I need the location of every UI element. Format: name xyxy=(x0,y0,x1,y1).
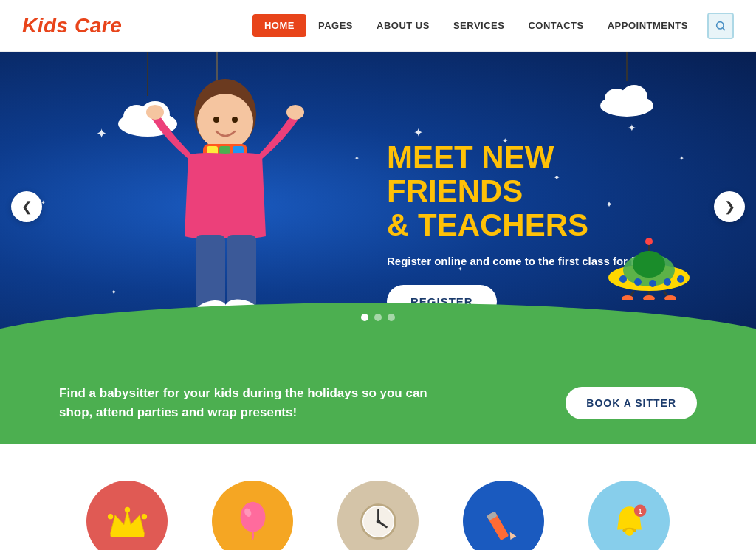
cloud-hanging-right xyxy=(597,81,656,117)
svg-marker-38 xyxy=(110,509,144,533)
nav-about[interactable]: ABOUT US xyxy=(365,14,441,37)
svg-rect-18 xyxy=(196,235,225,309)
svg-text:1: 1 xyxy=(638,508,642,515)
search-icon xyxy=(715,20,726,32)
svg-point-9 xyxy=(197,94,253,150)
svg-point-40 xyxy=(107,513,112,518)
star-decoration: ✦ xyxy=(679,155,684,162)
icon-pencil[interactable] xyxy=(463,481,544,550)
green-banner: Find a babysitter for your kids during t… xyxy=(0,362,756,444)
main-nav: HOME PAGES ABOUT US SERVICES CONTACTS AP… xyxy=(252,13,734,39)
crown-icon xyxy=(107,501,148,542)
nav-appointments[interactable]: APPOINTMENTS xyxy=(596,14,700,37)
svg-point-28 xyxy=(664,278,671,286)
svg-point-37 xyxy=(645,238,653,245)
star-decoration: ✦ xyxy=(96,126,107,142)
star-decoration: ✦ xyxy=(628,122,636,134)
svg-point-41 xyxy=(124,506,129,512)
nav-contacts[interactable]: CONTACTS xyxy=(516,14,595,37)
svg-point-49 xyxy=(376,519,380,523)
svg-point-29 xyxy=(677,275,684,283)
svg-point-17 xyxy=(286,105,304,120)
svg-point-42 xyxy=(141,513,146,518)
hero-next-arrow[interactable]: ❯ xyxy=(714,191,745,222)
svg-point-34 xyxy=(643,295,655,300)
hero-child-image xyxy=(126,74,325,340)
star-decoration: ✦ xyxy=(111,288,117,296)
svg-point-0 xyxy=(717,21,724,28)
svg-point-7 xyxy=(621,85,647,109)
svg-point-54 xyxy=(625,529,633,535)
spaceship-svg xyxy=(601,233,697,300)
chevron-right-icon: ❯ xyxy=(724,199,735,215)
svg-point-24 xyxy=(633,251,665,278)
hero-prev-arrow[interactable]: ❮ xyxy=(11,191,42,222)
string-right xyxy=(626,52,628,81)
nav-services[interactable]: SERVICES xyxy=(441,14,517,37)
svg-point-25 xyxy=(619,275,627,283)
spaceship-decoration xyxy=(601,233,697,303)
nav-home[interactable]: HOME xyxy=(252,14,306,37)
svg-point-27 xyxy=(649,280,656,287)
svg-line-1 xyxy=(723,28,725,30)
icon-clock[interactable] xyxy=(337,481,419,550)
svg-point-10 xyxy=(213,117,219,123)
svg-point-43 xyxy=(240,501,265,532)
banner-text: Find a babysitter for your kids during t… xyxy=(59,384,428,422)
slide-dot-1[interactable] xyxy=(361,314,368,321)
hero-title: MEET NEW FRIENDS & TEACHERS xyxy=(387,140,667,243)
icon-balloon[interactable] xyxy=(212,481,293,550)
book-sitter-button[interactable]: BOOK A SITTER xyxy=(566,387,697,419)
svg-point-11 xyxy=(232,117,238,123)
balloon-icon xyxy=(233,501,273,542)
svg-point-16 xyxy=(146,105,164,120)
hero-dots xyxy=(361,314,395,321)
slide-dot-2[interactable] xyxy=(374,314,382,321)
bell-icon: 1 xyxy=(609,501,650,542)
hero-section: ✦ ✦ ✦ ✦ ✦ ✦ ✦ ✦ ✦ ✦ ✦ ✦ xyxy=(0,52,756,362)
svg-rect-19 xyxy=(227,235,256,309)
svg-marker-51 xyxy=(506,530,516,540)
header: Kids Care HOME PAGES ABOUT US SERVICES C… xyxy=(0,0,756,52)
slide-dot-3[interactable] xyxy=(388,314,395,321)
icon-crown[interactable] xyxy=(86,481,168,550)
child-figure-svg xyxy=(129,74,321,340)
search-button[interactable] xyxy=(707,13,734,39)
clock-icon xyxy=(358,501,399,542)
svg-point-26 xyxy=(634,278,642,286)
nav-pages[interactable]: PAGES xyxy=(306,14,365,37)
chevron-left-icon: ❮ xyxy=(21,199,32,215)
star-decoration: ✦ xyxy=(413,126,423,140)
svg-rect-39 xyxy=(110,532,144,537)
star-decoration: ✦ xyxy=(354,155,360,162)
pencil-icon xyxy=(484,501,524,542)
hanging-lamp-right xyxy=(597,52,656,117)
icons-section: 1 xyxy=(0,444,756,550)
icon-bell[interactable]: 1 xyxy=(588,481,670,550)
site-logo[interactable]: Kids Care xyxy=(22,14,122,38)
